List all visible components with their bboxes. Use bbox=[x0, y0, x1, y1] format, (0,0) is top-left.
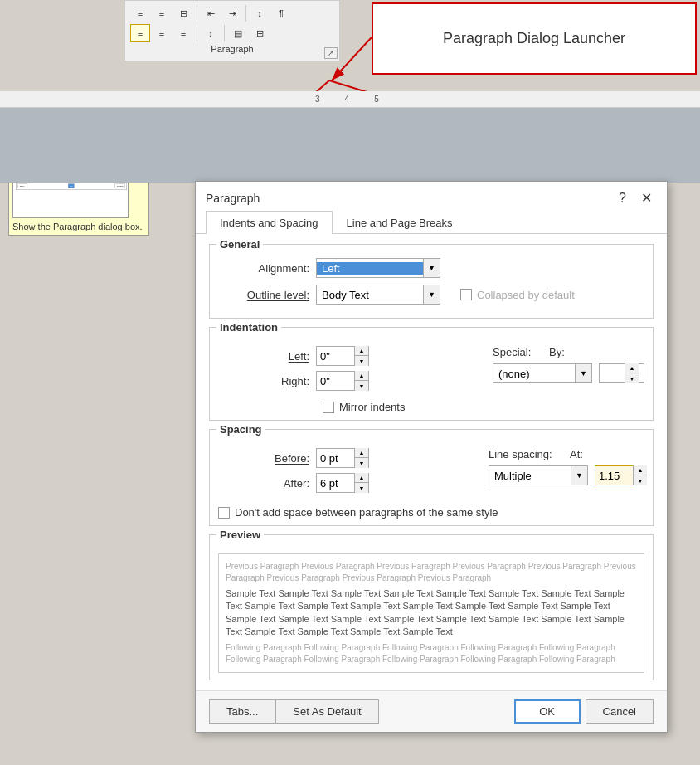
general-section: General Alignment: Left ▼ Outline level:… bbox=[209, 244, 654, 319]
line-spacing-dropdown[interactable]: Multiple ▼ bbox=[489, 465, 588, 485]
ribbon-align-left[interactable]: ≡ bbox=[130, 24, 150, 42]
indent-left-spinbox[interactable]: ▲ ▼ bbox=[316, 346, 369, 366]
at-spinbox[interactable]: ▲ ▼ bbox=[595, 465, 644, 485]
ribbon-list-btn-2[interactable]: ≡ bbox=[152, 4, 172, 22]
line-spacing-label: Line spacing: bbox=[489, 448, 563, 460]
indent-left-label: Left: bbox=[218, 350, 309, 363]
preview-section: Preview Previous Paragraph Previous Para… bbox=[209, 534, 654, 680]
ribbon-shading[interactable]: ▤ bbox=[228, 24, 248, 42]
ribbon-align-center[interactable]: ≡ bbox=[152, 24, 172, 42]
dialog-content: General Alignment: Left ▼ Outline level:… bbox=[196, 234, 667, 690]
ribbon-separator-1 bbox=[197, 5, 197, 22]
dont-add-row: Don't add space between paragraphs of th… bbox=[218, 506, 644, 519]
by-spinbox[interactable]: ▲ ▼ bbox=[599, 363, 644, 383]
outline-dropdown[interactable]: Body Text ▼ bbox=[316, 285, 440, 305]
special-dropdown[interactable]: (none) ▼ bbox=[493, 363, 592, 383]
dialog-footer: Tabs... Set As Default OK Cancel bbox=[196, 690, 667, 732]
dialog-tabs: Indents and Spacing Line and Page Breaks bbox=[196, 207, 667, 234]
before-down[interactable]: ▼ bbox=[355, 458, 368, 468]
ribbon-line-spacing[interactable]: ↕ bbox=[201, 24, 221, 42]
dialog-title: Paragraph bbox=[206, 192, 260, 205]
ribbon-launcher-btn[interactable]: ↗ bbox=[324, 47, 338, 59]
line-spacing-arrow: ▼ bbox=[571, 466, 587, 485]
at-input[interactable] bbox=[595, 470, 633, 482]
after-down[interactable]: ▼ bbox=[355, 483, 368, 493]
indent-left-down[interactable]: ▼ bbox=[355, 356, 368, 366]
ribbon-align-right[interactable]: ≡ bbox=[173, 24, 193, 42]
ribbon-separator-4 bbox=[224, 25, 225, 41]
ribbon-separator-2 bbox=[245, 5, 246, 22]
ribbon-group-label: Paragraph bbox=[130, 44, 334, 54]
after-spinbox[interactable]: ▲ ▼ bbox=[316, 473, 369, 493]
ribbon-indent-decrease[interactable]: ⇤ bbox=[201, 4, 221, 22]
callout-box: Paragraph Dialog Launcher bbox=[372, 2, 697, 75]
ribbon-list-btn-3[interactable]: ⊟ bbox=[173, 4, 193, 22]
indent-right-down[interactable]: ▼ bbox=[355, 381, 368, 391]
at-label: At: bbox=[570, 448, 586, 460]
preview-section-title: Preview bbox=[216, 529, 264, 541]
indent-left-up[interactable]: ▲ bbox=[355, 346, 368, 356]
alignment-dropdown-arrow: ▼ bbox=[423, 259, 440, 277]
preview-follow-text: Following Paragraph Following Paragraph … bbox=[226, 642, 637, 665]
tab-line-page-breaks[interactable]: Line and Page Breaks bbox=[333, 211, 467, 234]
preview-box: Previous Paragraph Previous Paragraph Pr… bbox=[218, 553, 644, 673]
by-up[interactable]: ▲ bbox=[625, 363, 639, 373]
set-default-button[interactable]: Set As Default bbox=[275, 699, 378, 724]
ribbon-borders[interactable]: ⊞ bbox=[250, 24, 270, 42]
collapsed-checkbox[interactable] bbox=[460, 289, 472, 300]
alignment-row: Alignment: Left ▼ bbox=[218, 258, 644, 278]
spacing-section-title: Spacing bbox=[216, 423, 265, 436]
ok-button[interactable]: OK bbox=[514, 699, 581, 724]
ribbon-list-btn-1[interactable]: ≡ bbox=[130, 4, 150, 22]
at-down[interactable]: ▼ bbox=[634, 475, 647, 485]
by-label: By: bbox=[549, 346, 570, 358]
tooltip-description: Show the Paragraph dialog box. bbox=[12, 222, 145, 231]
ribbon-sort-btn[interactable]: ↕ bbox=[250, 4, 270, 22]
dont-add-checkbox[interactable] bbox=[218, 507, 230, 519]
ribbon-indent-increase[interactable]: ⇥ bbox=[222, 4, 242, 22]
outline-dropdown-arrow: ▼ bbox=[423, 285, 440, 304]
indent-right-label: Right: bbox=[218, 375, 309, 387]
indent-right-spinbox[interactable]: ▲ ▼ bbox=[316, 371, 369, 391]
before-label: Before: bbox=[218, 452, 309, 465]
before-spinbox[interactable]: ▲ ▼ bbox=[316, 448, 369, 468]
indent-right-input[interactable] bbox=[317, 375, 354, 387]
tabs-button[interactable]: Tabs... bbox=[209, 699, 275, 724]
after-input[interactable] bbox=[317, 477, 354, 490]
before-up[interactable]: ▲ bbox=[355, 448, 368, 458]
after-up[interactable]: ▲ bbox=[355, 473, 368, 483]
mirror-label: Mirror indents bbox=[339, 401, 405, 413]
ribbon-separator-3 bbox=[197, 25, 197, 41]
dialog-help-btn[interactable]: ? bbox=[612, 189, 633, 207]
outline-value: Body Text bbox=[317, 289, 423, 301]
dialog-titlebar: Paragraph ? ✕ bbox=[196, 182, 667, 207]
by-down[interactable]: ▼ bbox=[625, 373, 639, 383]
after-row: After: ▲ ▼ bbox=[218, 473, 457, 493]
collapsed-label: Collapsed by default bbox=[477, 289, 575, 301]
alignment-dropdown[interactable]: Left ▼ bbox=[316, 258, 440, 278]
dialog-close-btn[interactable]: ✕ bbox=[636, 188, 657, 207]
cancel-button[interactable]: Cancel bbox=[586, 699, 654, 724]
dont-add-label: Don't add space between paragraphs of th… bbox=[235, 506, 498, 519]
indent-right-row: Right: ▲ ▼ bbox=[218, 371, 461, 391]
after-label: After: bbox=[218, 477, 309, 490]
paragraph-dialog: Paragraph ? ✕ Indents and Spacing Line a… bbox=[195, 181, 668, 733]
mirror-checkbox[interactable] bbox=[323, 402, 334, 413]
indentation-section-title: Indentation bbox=[216, 321, 281, 334]
before-row: Before: ▲ ▼ bbox=[218, 448, 457, 468]
indent-right-up[interactable]: ▲ bbox=[355, 371, 368, 381]
outline-row: Outline level: Body Text ▼ Collapsed by … bbox=[218, 285, 644, 305]
outline-label: Outline level: bbox=[218, 289, 309, 301]
footer-left-buttons: Tabs... Set As Default bbox=[209, 699, 379, 724]
indent-left-input[interactable] bbox=[317, 350, 354, 363]
at-up[interactable]: ▲ bbox=[634, 465, 647, 475]
tab-indents-spacing[interactable]: Indents and Spacing bbox=[206, 211, 333, 234]
ribbon-pilcrow-btn[interactable]: ¶ bbox=[271, 4, 291, 22]
indent-left-row: Left: ▲ ▼ bbox=[218, 346, 461, 366]
alignment-label: Alignment: bbox=[218, 262, 309, 275]
by-input[interactable] bbox=[600, 368, 625, 380]
preview-prev-text: Previous Paragraph Previous Paragraph Pr… bbox=[226, 561, 637, 584]
dialog-controls: ? ✕ bbox=[612, 188, 657, 207]
before-input[interactable] bbox=[317, 452, 354, 465]
mirror-row: Mirror indents bbox=[218, 401, 644, 413]
